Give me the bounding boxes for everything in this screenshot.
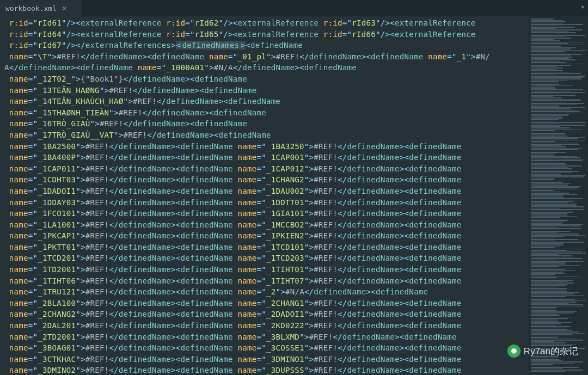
tab-bar: workbook.xml × ▾ — [0, 0, 588, 16]
chevron-down-icon[interactable]: ▾ — [581, 3, 585, 11]
code-editor[interactable]: r:id="rId61"/><externalReference r:id="r… — [0, 16, 529, 375]
tab-file[interactable]: workbook.xml × — [0, 0, 82, 16]
tab-title: workbook.xml — [5, 4, 57, 13]
watermark: Ry7an的杂记 — [507, 345, 578, 358]
wechat-icon — [507, 345, 520, 358]
close-icon[interactable]: × — [62, 4, 66, 13]
minimap[interactable] — [529, 16, 588, 375]
watermark-text: Ry7an的杂记 — [524, 345, 578, 358]
main-area: r:id="rId61"/><externalReference r:id="r… — [0, 16, 588, 375]
